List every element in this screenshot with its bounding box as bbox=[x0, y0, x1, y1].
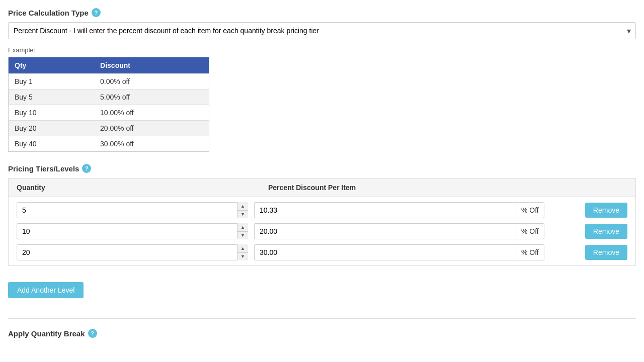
remove-button-2[interactable]: Remove bbox=[585, 245, 627, 260]
qty-input-0[interactable] bbox=[17, 202, 248, 218]
qty-spinner-up-1[interactable]: ▲ bbox=[237, 223, 248, 232]
table-row: Buy 10.00% off bbox=[9, 74, 209, 89]
tier-row: ▲ ▼ % Off Remove bbox=[17, 244, 627, 260]
tiers-qty-header: Quantity bbox=[17, 184, 268, 192]
qty-input-wrapper-1: ▲ ▼ bbox=[17, 223, 248, 239]
tier-row: ▲ ▼ % Off Remove bbox=[17, 223, 627, 239]
add-another-level-button[interactable]: Add Another Level bbox=[8, 282, 84, 298]
tiers-body: ▲ ▼ % Off Remove ▲ ▼ % Off Remove bbox=[8, 197, 636, 266]
qty-spinner-1: ▲ ▼ bbox=[237, 223, 248, 239]
example-table-discount-header: Discount bbox=[94, 57, 209, 74]
table-row: Buy 55.00% off bbox=[9, 89, 209, 105]
example-label: Example: bbox=[8, 46, 636, 54]
remove-button-0[interactable]: Remove bbox=[585, 203, 627, 218]
tiers-header: Quantity Percent Discount Per Item bbox=[8, 178, 636, 197]
example-table-header-row: Qty Discount bbox=[9, 57, 209, 74]
discount-group-2: % Off bbox=[254, 244, 575, 260]
apply-qty-break-label: Apply Quantity Break bbox=[8, 329, 85, 338]
qty-input-wrapper-0: ▲ ▼ bbox=[17, 202, 248, 218]
pricing-tiers-section: Pricing Tiers/Levels ? Quantity Percent … bbox=[8, 164, 636, 266]
price-calc-type-help-icon[interactable]: ? bbox=[92, 8, 101, 17]
percent-off-label-2: % Off bbox=[516, 244, 544, 260]
table-row: Buy 4030.00% off bbox=[9, 136, 209, 152]
pricing-tiers-help-icon[interactable]: ? bbox=[82, 164, 91, 173]
example-table: Qty Discount Buy 10.00% offBuy 55.00% of… bbox=[8, 57, 209, 152]
table-row: Buy 2020.00% off bbox=[9, 121, 209, 136]
price-calc-type-section: Price Calculation Type ? Percent Discoun… bbox=[8, 8, 636, 152]
tiers-discount-header: Percent Discount Per Item bbox=[268, 184, 627, 192]
qty-spinner-0: ▲ ▼ bbox=[237, 202, 248, 218]
pricing-tiers-heading: Pricing Tiers/Levels ? bbox=[8, 164, 636, 173]
price-calc-type-heading: Price Calculation Type ? bbox=[8, 8, 636, 17]
table-row: Buy 1010.00% off bbox=[9, 105, 209, 121]
qty-spinner-up-2[interactable]: ▲ bbox=[237, 244, 248, 253]
discount-group-1: % Off bbox=[254, 223, 575, 239]
discount-input-2[interactable] bbox=[254, 244, 516, 260]
pricing-tiers-label: Pricing Tiers/Levels bbox=[8, 164, 79, 173]
discount-input-1[interactable] bbox=[254, 223, 516, 239]
price-calc-type-dropdown-container: Percent Discount - I will enter the perc… bbox=[8, 22, 636, 39]
qty-input-wrapper-2: ▲ ▼ bbox=[17, 244, 248, 260]
qty-input-1[interactable] bbox=[17, 223, 248, 239]
qty-spinner-down-0[interactable]: ▼ bbox=[237, 211, 248, 219]
qty-spinner-down-2[interactable]: ▼ bbox=[237, 253, 248, 261]
apply-qty-break-section: Apply Quantity Break ? bbox=[8, 329, 636, 338]
apply-qty-break-help-icon[interactable]: ? bbox=[88, 329, 97, 338]
discount-input-0[interactable] bbox=[254, 202, 516, 218]
price-calc-type-label: Price Calculation Type bbox=[8, 9, 89, 17]
percent-off-label-0: % Off bbox=[516, 202, 544, 218]
discount-group-0: % Off bbox=[254, 202, 575, 218]
qty-spinner-up-0[interactable]: ▲ bbox=[237, 202, 248, 211]
section-divider bbox=[8, 318, 636, 319]
price-calc-type-select[interactable]: Percent Discount - I will enter the perc… bbox=[8, 22, 636, 39]
example-table-body: Buy 10.00% offBuy 55.00% offBuy 1010.00%… bbox=[9, 74, 209, 152]
percent-off-label-1: % Off bbox=[516, 223, 544, 239]
qty-spinner-2: ▲ ▼ bbox=[237, 244, 248, 260]
example-table-qty-header: Qty bbox=[9, 57, 95, 74]
tier-row: ▲ ▼ % Off Remove bbox=[17, 202, 627, 218]
tier-rows-container: ▲ ▼ % Off Remove ▲ ▼ % Off Remove bbox=[17, 202, 627, 260]
qty-input-2[interactable] bbox=[17, 244, 248, 260]
remove-button-1[interactable]: Remove bbox=[585, 224, 627, 239]
qty-spinner-down-1[interactable]: ▼ bbox=[237, 232, 248, 240]
